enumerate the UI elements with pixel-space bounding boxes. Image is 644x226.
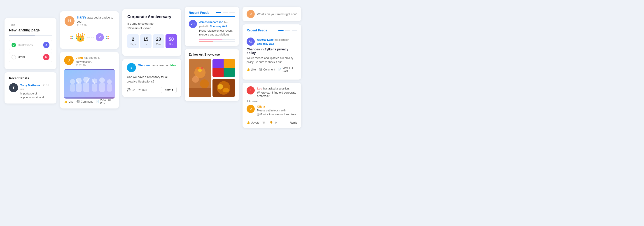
comment-icon: 💬 — [76, 100, 80, 103]
pp-comment-btn[interactable]: 💬 Comment — [259, 68, 275, 71]
pp-like-icon: 👍 — [246, 68, 250, 71]
upvote-icon: 👍 — [246, 121, 250, 124]
upvote-count: 45 — [262, 121, 265, 124]
task-item-illustrations-name: Illustrations — [18, 43, 33, 47]
qa-answer-section: O Olivia Please get in touch with @Monic… — [246, 105, 297, 116]
idea-tag: Idea — [170, 64, 176, 67]
recent-post-name[interactable]: Tony Mathews — [20, 84, 40, 87]
badge-crown-icon: 👑 — [75, 33, 85, 42]
pp-poster-name: Alberto Lane — [257, 38, 274, 41]
countdown-mins: 20 Mins — [153, 34, 164, 48]
art-image-right-top — [212, 59, 235, 77]
conv-like-btn[interactable]: 👍 Like — [64, 100, 74, 103]
svg-point-22 — [196, 67, 199, 69]
svg-rect-26 — [224, 68, 235, 77]
task-item-html[interactable]: HTML M — [9, 52, 52, 62]
badge-card: H Harry awarded a badge to you. 11:25 AM — [60, 11, 119, 49]
svg-point-1 — [70, 79, 75, 84]
new-button[interactable]: New ▾ — [161, 87, 176, 93]
qa-answer-text: Please get in touch with @Monica to acce… — [257, 109, 297, 116]
task-item-illustrations[interactable]: ✓ Illustrations A — [9, 40, 52, 50]
feeds-tab-2[interactable] — [223, 12, 228, 13]
conv-comment-btn[interactable]: 💬 Comment — [76, 100, 92, 103]
svg-point-31 — [218, 84, 223, 90]
svg-rect-2 — [70, 84, 75, 92]
conversation-image — [64, 69, 115, 99]
idea-poster-name: Stephen — [138, 64, 150, 67]
compose-card: U — [242, 7, 301, 21]
task-title: New landing page — [9, 28, 52, 32]
column-1: Task New landing page ✓ Illustrations A … — [4, 18, 56, 104]
anniversary-card: Corporate Anniversary It's time to celeb… — [122, 9, 181, 56]
task-item-html-name: HTML — [18, 56, 26, 59]
countdown-hr: 15 Hr — [140, 34, 152, 48]
idea-view-count: 875 — [142, 88, 147, 92]
qa-question-text: Where can I find old corporate archives? — [257, 91, 297, 98]
pp-view-label: View Full Post — [282, 66, 297, 73]
art-grid — [189, 59, 235, 97]
idea-view-icon: 👁 — [138, 88, 141, 92]
task-progress-bar — [9, 35, 52, 36]
task-label: Task — [9, 23, 52, 27]
feed2-tab-3[interactable] — [292, 30, 297, 31]
svg-point-32 — [223, 88, 230, 92]
countdown: 2 Days 15 Hr 20 Mins 50 Sec — [127, 34, 176, 48]
badge-visual: 👑 Y — [64, 30, 114, 45]
column-2: H Harry awarded a badge to you. 11:25 AM — [60, 11, 119, 108]
feeds-tab-1[interactable] — [216, 12, 221, 13]
idea-comment-count: 92 — [132, 88, 135, 92]
idea-comment-stat: 💬 92 — [127, 88, 135, 92]
column-5: U Recent Feeds AL Alberto Lane has poste… — [242, 7, 301, 128]
pp-avatar: AL — [246, 38, 255, 46]
conv-comment-label: Comment — [81, 100, 92, 103]
anniversary-title: Corporate Anniversary — [127, 15, 176, 19]
svg-rect-8 — [92, 84, 97, 92]
task-card: Task New landing page ✓ Illustrations A … — [4, 18, 56, 69]
qa-upvote-btn[interactable]: 👍 Upvote — [246, 121, 260, 124]
recent-posts-card: Recent Posts T Tony Mathews 11:20 PM Imp… — [4, 72, 56, 104]
conv-like-label: Like — [68, 100, 74, 103]
badge-time: 11:25 AM — [77, 24, 114, 27]
pp-where: Company Wall — [257, 43, 274, 45]
pp-action-bar: 👍 Like 💬 Comment 📄 View Full Post — [246, 66, 297, 73]
conv-view-btn[interactable]: 📄 View Full Post — [96, 99, 115, 105]
task-check-empty-icon — [12, 55, 16, 59]
qa-answerer-avatar: O — [246, 105, 255, 113]
like-icon: 👍 — [64, 100, 68, 103]
recent-post-item: T Tony Mathews 11:20 PM Importance of ap… — [9, 83, 52, 99]
feed2-tab-1[interactable] — [278, 30, 284, 31]
feed-item-james: JR James Richardson has posted in Compan… — [189, 20, 235, 42]
svg-point-9 — [99, 78, 105, 83]
pp-post-text: We've revised and updated our privacy po… — [246, 56, 297, 64]
qa-question-section: L Leo has asked a question. Where can I … — [246, 86, 297, 98]
feed2-tab-2[interactable] — [285, 30, 290, 31]
conv-name: John — [76, 56, 83, 59]
qa-asker-name: Leo — [257, 87, 262, 90]
art-image-left-tall — [189, 59, 211, 97]
pp-view-btn[interactable]: 📄 View Full Post — [278, 66, 297, 73]
recent-post-avatar: T — [9, 83, 18, 92]
pp-comment-icon: 💬 — [259, 68, 262, 71]
feeds-title: Recent Feeds — [189, 11, 209, 15]
feed2-card: Recent Feeds AL Alberto Lane has posted … — [242, 25, 301, 80]
qa-answerer-name: Olivia — [257, 105, 297, 108]
idea-card: S Stephen has shared an Idea Can we have… — [122, 59, 181, 97]
feed-where: Company Wall — [210, 25, 227, 28]
qa-asker-avatar: L — [246, 86, 255, 94]
task-item-avatar-0: A — [43, 42, 50, 48]
svg-point-19 — [200, 79, 209, 88]
anniversary-desc: It's time to celebrate10 years of Zylker… — [127, 22, 176, 30]
qa-downvote-btn[interactable]: 👎 — [270, 121, 273, 124]
art-showcase-card: Zylker Art Showcase — [185, 49, 239, 101]
svg-point-11 — [107, 79, 112, 84]
compose-input[interactable] — [257, 13, 297, 16]
feeds-tab-3[interactable] — [230, 12, 235, 13]
qa-reply-btn[interactable]: Reply — [290, 121, 297, 124]
idea-view-stat: 👁 875 — [138, 88, 147, 92]
svg-point-23 — [201, 67, 203, 69]
art-title: Zylker Art Showcase — [189, 53, 235, 56]
conversation-card: J John has started a conversation. 11:28… — [60, 52, 119, 108]
pp-like-btn[interactable]: 👍 Like — [246, 68, 256, 71]
task-item-avatar-1: M — [43, 54, 50, 60]
svg-rect-6 — [83, 83, 89, 92]
